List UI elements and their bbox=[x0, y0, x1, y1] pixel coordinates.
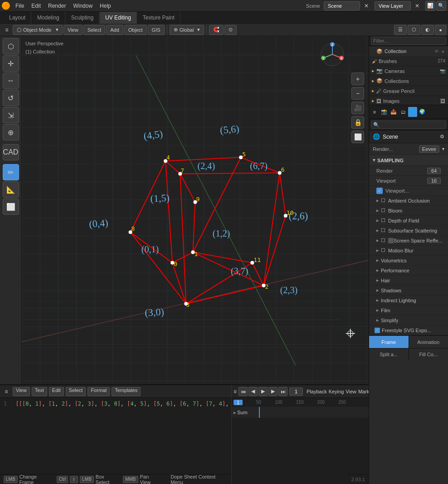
menu-help[interactable]: Help bbox=[96, 0, 115, 12]
render-samples-value[interactable]: 64 bbox=[427, 168, 441, 174]
te-edit-menu[interactable]: Edit bbox=[49, 387, 64, 396]
hair-header[interactable]: Hair bbox=[369, 276, 448, 286]
viewport-denoising-checkbox[interactable]: ✓ bbox=[376, 188, 383, 194]
ds-toggle-icon[interactable]: ≡ bbox=[234, 387, 237, 396]
sss-checkbox[interactable]: ☐ bbox=[381, 227, 385, 233]
outliner-images[interactable]: ▸ 🖼 Images 🖼 bbox=[369, 96, 448, 105]
tab-modeling[interactable]: Modeling bbox=[32, 12, 65, 24]
select-menu[interactable]: Select bbox=[83, 25, 106, 35]
outliner-cameras[interactable]: ▸ 📷 Cameras 📷 bbox=[369, 66, 448, 76]
scene-name-input[interactable]: Scene bbox=[324, 1, 360, 10]
film-header[interactable]: Film bbox=[369, 305, 448, 315]
tool-measure[interactable]: 📐 bbox=[3, 181, 19, 198]
simplify-header[interactable]: Simplify bbox=[369, 315, 448, 325]
tab-sculpting[interactable]: Sculpting bbox=[66, 12, 99, 24]
play-btn[interactable]: ▶ bbox=[258, 387, 268, 396]
ssr-checkbox-inner[interactable] bbox=[388, 238, 394, 243]
props-tab-view-layer[interactable]: 🗂 bbox=[399, 107, 408, 117]
zoom-out-btn[interactable]: − bbox=[351, 87, 364, 100]
scene-options-btn[interactable]: ⚙ bbox=[440, 134, 444, 140]
topbar-icon-1[interactable]: 📊 bbox=[425, 1, 435, 11]
depth-of-field-header[interactable]: ☐ Depth of Field bbox=[369, 216, 448, 226]
animation-tab[interactable]: Animation bbox=[409, 336, 448, 348]
outliner-eye[interactable]: 👁 bbox=[434, 49, 439, 54]
render-engine-value[interactable]: Eevee bbox=[419, 145, 439, 153]
props-tab-world[interactable]: 🌍 bbox=[418, 107, 427, 117]
next-frame-btn[interactable]: ▶ bbox=[268, 387, 278, 396]
tool-move[interactable]: ↔ bbox=[3, 73, 19, 89]
3d-viewport[interactable]: User Perspective (1) Collection bbox=[22, 36, 369, 384]
collection-item[interactable]: 📦 Collection 👁 ● bbox=[369, 46, 448, 56]
volumetrics-header[interactable]: Volumetrics bbox=[369, 256, 448, 266]
tool-rotate[interactable]: ↺ bbox=[3, 90, 19, 106]
menu-file[interactable]: File bbox=[12, 0, 28, 12]
object-mode-dropdown[interactable]: ⬡ Object Mode ▾ bbox=[13, 25, 63, 35]
bloom-checkbox[interactable]: ☐ bbox=[381, 208, 385, 213]
render-engine-dropdown-icon[interactable]: ▾ bbox=[442, 146, 444, 151]
toolbar-toggle-icon[interactable]: ≡ bbox=[2, 25, 12, 35]
frame-tab[interactable]: Frame bbox=[369, 336, 409, 348]
te-toggle-icon[interactable]: ≡ bbox=[2, 387, 11, 396]
freestyle-checkbox[interactable]: ✓ bbox=[375, 328, 380, 333]
shadows-header[interactable]: Shadows bbox=[369, 286, 448, 295]
outliner-collections[interactable]: ▸ 📦 Collections bbox=[369, 76, 448, 86]
summary-track-area[interactable] bbox=[259, 407, 369, 418]
topbar-icon-2[interactable]: 🔍 bbox=[436, 1, 446, 11]
te-select-menu[interactable]: Select bbox=[66, 387, 86, 396]
tool-select-box[interactable]: ⬡ bbox=[3, 38, 19, 54]
snap-toggle[interactable]: 🧲 bbox=[209, 25, 224, 35]
fill-co-tab[interactable]: Fill Co... bbox=[409, 348, 448, 360]
dof-checkbox[interactable]: ☐ bbox=[381, 218, 385, 223]
prev-frame-btn[interactable]: ◀ bbox=[248, 387, 258, 396]
ds-view-menu[interactable]: View bbox=[346, 389, 356, 394]
viewport-shading-1[interactable]: ☰ bbox=[394, 25, 407, 35]
props-tab-render[interactable]: 📸 bbox=[380, 107, 389, 117]
properties-search-input[interactable] bbox=[371, 121, 446, 129]
jump-start-btn[interactable]: ⏮ bbox=[239, 387, 248, 396]
add-menu[interactable]: Add bbox=[106, 25, 123, 35]
motion-blur-header[interactable]: ☐ Motion Blur bbox=[369, 246, 448, 256]
playback-menu[interactable]: Playback bbox=[307, 389, 327, 394]
tool-cad[interactable]: CAD bbox=[3, 144, 19, 160]
tool-add-cube[interactable]: ⬜ bbox=[3, 198, 19, 215]
split-tab[interactable]: Split a... bbox=[369, 348, 409, 360]
object-menu[interactable]: Object bbox=[124, 25, 147, 35]
ssr-checkbox-outer[interactable]: ☐ bbox=[381, 237, 385, 243]
outliner-brushes[interactable]: 🖌 Brushes 274 bbox=[369, 56, 448, 66]
current-frame-input[interactable]: 1 bbox=[289, 387, 303, 396]
view-menu[interactable]: View bbox=[63, 25, 83, 35]
viewport-samples-value[interactable]: 16 bbox=[427, 178, 441, 184]
scene-options-icon[interactable]: ✕ bbox=[362, 1, 371, 10]
tab-texture-paint[interactable]: Texture Paint bbox=[137, 12, 180, 24]
te-format-menu[interactable]: Format bbox=[88, 387, 110, 396]
outliner-render[interactable]: ● bbox=[442, 49, 444, 54]
transform-dropdown[interactable]: ⊕ Global ▾ bbox=[170, 25, 205, 35]
ao-checkbox[interactable]: ☐ bbox=[381, 198, 385, 203]
props-tab-output[interactable]: 📤 bbox=[389, 107, 398, 117]
mb-checkbox[interactable]: ☐ bbox=[381, 247, 385, 253]
outliner-search-input[interactable] bbox=[371, 37, 446, 45]
sampling-section-header[interactable]: SAMPLING bbox=[369, 155, 448, 166]
props-tab-toggle[interactable]: ≡ bbox=[370, 107, 379, 117]
marker-menu[interactable]: Marker bbox=[358, 389, 369, 394]
subsurface-header[interactable]: ☐ Subsurface Scattering bbox=[369, 226, 448, 236]
tool-cursor[interactable]: ✛ bbox=[3, 55, 19, 72]
keying-menu[interactable]: Keying bbox=[329, 389, 344, 394]
tool-annotate[interactable]: ✏ bbox=[3, 164, 19, 180]
menu-render[interactable]: Render bbox=[44, 0, 69, 12]
props-tab-scene[interactable]: 🌐 bbox=[408, 107, 417, 117]
screen-space-header[interactable]: ☐ Screen Space Reffe... bbox=[369, 236, 448, 246]
viewport-shading-3[interactable]: ◐ bbox=[421, 25, 434, 35]
te-text-menu[interactable]: Text bbox=[32, 387, 47, 396]
bloom-header[interactable]: ☐ Bloom bbox=[369, 206, 448, 216]
current-frame-marker[interactable]: 1 bbox=[234, 400, 243, 405]
performance-header[interactable]: Performance bbox=[369, 266, 448, 276]
tab-uv-editing[interactable]: UV Editing bbox=[100, 12, 137, 24]
tab-layout[interactable]: Layout bbox=[4, 12, 31, 24]
gis-menu[interactable]: GIS bbox=[148, 25, 165, 35]
jump-end-btn[interactable]: ⏭ bbox=[278, 387, 287, 396]
tool-scale[interactable]: ⇲ bbox=[3, 107, 19, 123]
zoom-in-btn[interactable]: + bbox=[351, 73, 364, 85]
viewport-shading-2[interactable]: ⬡ bbox=[408, 25, 420, 35]
te-templates-menu[interactable]: Templates bbox=[112, 387, 141, 396]
